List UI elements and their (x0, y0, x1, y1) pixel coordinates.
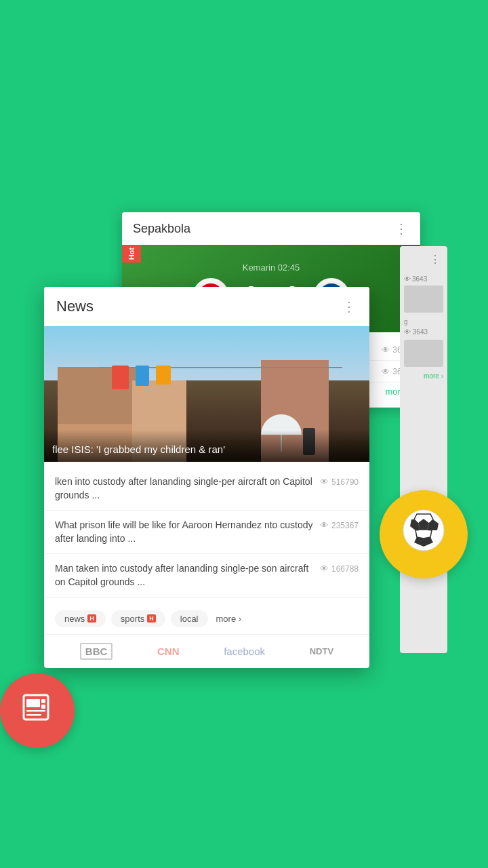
news-list: lken into custody after lananding single… (44, 462, 369, 604)
sepakbola-menu-dots[interactable]: ⋮ (394, 220, 409, 237)
laundry-line (98, 367, 342, 368)
news-item-text-2: What prison life will be like for Aaroon… (55, 519, 320, 545)
facebook-logo: facebook (224, 646, 265, 657)
newspaper-icon (20, 690, 55, 725)
eye-icon: 👁 (320, 520, 329, 530)
tab-more[interactable]: more › (216, 614, 242, 624)
news-hot-tag: H (87, 614, 96, 623)
more-tab-label: more › (216, 614, 242, 624)
tab-sports[interactable]: sports H (111, 610, 165, 627)
side-views-2: 👁 3643 (404, 328, 443, 336)
news-caption-text: flee ISIS: 'I grabbed my children & ran' (52, 443, 361, 455)
svg-rect-8 (26, 710, 45, 712)
news-card-title: News (56, 298, 94, 315)
cloth-1 (112, 366, 129, 389)
side-card-items: 👁 3643 g 👁 3643 more › (400, 273, 447, 382)
side-item-2 (404, 340, 443, 367)
sports-hot-tag: H (147, 614, 156, 623)
bbc-logo: BBC (80, 643, 113, 660)
ndtv-logo: NDTV (310, 646, 333, 656)
tab-local-label: local (180, 614, 199, 624)
tab-sports-label: sports (121, 614, 144, 624)
soccer-ball-icon (401, 507, 447, 553)
side-item-1 (404, 285, 443, 313)
svg-rect-10 (41, 699, 45, 703)
hot-badge: Hot (122, 245, 141, 262)
tab-news[interactable]: news H (55, 610, 106, 627)
floating-news-icon-button[interactable] (0, 673, 75, 748)
news-list-item-2[interactable]: What prison life will be like for Aaroon… (44, 511, 369, 554)
svg-rect-7 (26, 699, 40, 707)
news-item-views-2: 👁 235367 (320, 520, 359, 530)
tab-news-label: news (64, 614, 85, 624)
news-card[interactable]: News ⋮ (44, 287, 369, 668)
eye-icon: 👁 (382, 345, 390, 355)
tab-local[interactable]: local (171, 610, 208, 627)
news-item-views-1: 👁 516790 (320, 477, 359, 487)
news-item-text-3: Man taken into custody after lananding s… (55, 562, 320, 589)
svg-rect-9 (26, 714, 41, 716)
source-logos: BBC CNN facebook NDTV (44, 635, 369, 668)
side-text-1: g (404, 318, 443, 326)
eye-icon: 👁 (320, 564, 329, 574)
news-caption: flee ISIS: 'I grabbed my children & ran' (44, 430, 369, 462)
news-card-header: News ⋮ (44, 287, 369, 326)
side-card: ⋮ 👁 3643 g 👁 3643 more › (400, 246, 447, 653)
floating-sports-icon-button[interactable] (380, 490, 468, 578)
news-featured-image: flee ISIS: 'I grabbed my children & ran' (44, 326, 369, 462)
news-list-item-1[interactable]: lken into custody after lananding single… (44, 467, 369, 511)
side-views-1: 👁 3643 (404, 275, 443, 283)
news-icon (20, 690, 55, 732)
cards-area: Sepakbola ⋮ Hot Kemarin 02:45 BAY 1 - 1 (0, 212, 488, 714)
sepakbola-card-header: Sepakbola ⋮ (122, 212, 420, 245)
eye-icon: 👁 (320, 477, 329, 487)
cloth-2 (136, 366, 149, 386)
football-icon (401, 507, 447, 561)
side-more[interactable]: more › (404, 372, 443, 380)
cnn-logo: CNN (157, 646, 180, 657)
sepakbola-title: Sepakbola (133, 222, 190, 236)
news-menu-dots[interactable]: ⋮ (342, 298, 357, 315)
eye-icon: 👁 (404, 275, 411, 283)
news-item-views-3: 👁 166788 (320, 564, 359, 574)
svg-rect-11 (41, 705, 45, 709)
category-tabs: news H sports H local more › (44, 604, 369, 635)
news-list-item-3[interactable]: Man taken into custody after lananding s… (44, 554, 369, 597)
cloth-3 (156, 366, 171, 384)
side-card-dots: ⋮ (400, 246, 447, 273)
eye-icon: 👁 (382, 367, 390, 376)
news-item-text-1: lken into custody after lananding single… (55, 475, 320, 502)
score-label: Kemarin 02:45 (133, 262, 409, 273)
